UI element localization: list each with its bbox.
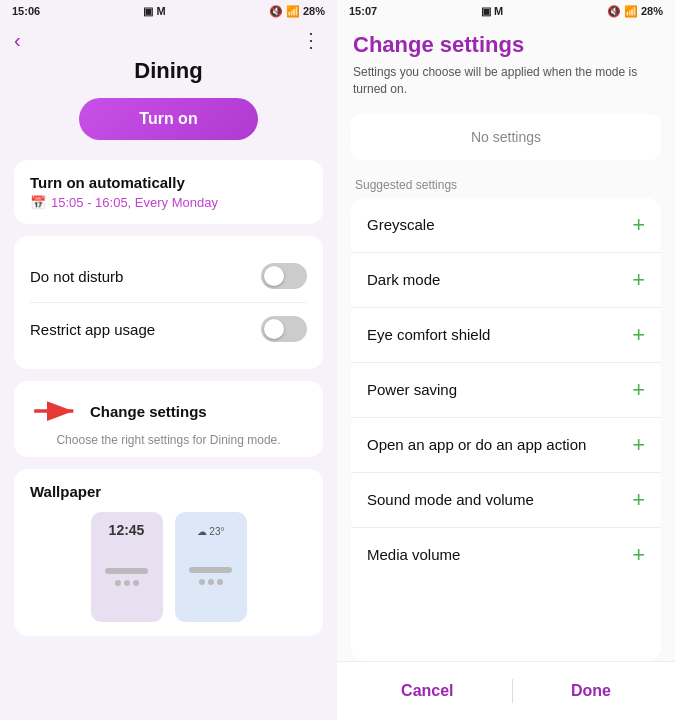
settings-item-open-app[interactable]: Open an app or do an app action + xyxy=(351,418,661,473)
left-top-bar: ‹ ⋮ xyxy=(0,22,337,58)
dot-1 xyxy=(115,580,121,586)
restrict-app-toggle[interactable] xyxy=(261,316,307,342)
restrict-app-row: Restrict app usage xyxy=(30,303,307,355)
left-status-icons: ▣ M xyxy=(143,5,165,18)
left-status-bar: 15:06 ▣ M 🔇 📶 28% xyxy=(0,0,337,22)
back-icon[interactable]: ‹ xyxy=(14,29,21,52)
wallpaper-previews: 12:45 ☁ 23° xyxy=(30,512,307,622)
settings-item-eye-comfort[interactable]: Eye comfort shield + xyxy=(351,308,661,363)
done-button[interactable]: Done xyxy=(541,676,641,706)
plus-icon-open-app[interactable]: + xyxy=(632,434,645,456)
change-settings-label: Change settings xyxy=(90,403,207,420)
suggested-label: Suggested settings xyxy=(337,168,675,198)
plus-icon-media-volume[interactable]: + xyxy=(632,544,645,566)
change-settings-row: Change settings xyxy=(30,395,307,427)
right-subtitle: Settings you choose will be applied when… xyxy=(353,64,659,98)
phone-preview-1[interactable]: 12:45 xyxy=(91,512,163,622)
left-status-time: 15:06 xyxy=(12,5,40,17)
settings-item-sound-mode[interactable]: Sound mode and volume + xyxy=(351,473,661,528)
settings-item-label-power-saving: Power saving xyxy=(367,381,457,398)
dot-2 xyxy=(124,580,130,586)
preview-time: 12:45 xyxy=(109,522,145,538)
dot-3 xyxy=(133,580,139,586)
toggles-card: Do not disturb Restrict app usage xyxy=(14,236,323,369)
left-status-right: 🔇 📶 28% xyxy=(269,5,325,18)
no-settings-text: No settings xyxy=(471,129,541,145)
settings-item-power-saving[interactable]: Power saving + xyxy=(351,363,661,418)
more-icon[interactable]: ⋮ xyxy=(301,28,321,52)
plus-icon-dark-mode[interactable]: + xyxy=(632,269,645,291)
right-status-bar: 15:07 ▣ M 🔇 📶 28% xyxy=(337,0,675,22)
restrict-app-label: Restrict app usage xyxy=(30,321,155,338)
preview-dots xyxy=(115,580,139,586)
plus-icon-greyscale[interactable]: + xyxy=(632,214,645,236)
settings-item-label-eye-comfort: Eye comfort shield xyxy=(367,326,490,343)
left-panel: 15:06 ▣ M 🔇 📶 28% ‹ ⋮ Dining Turn on Tur… xyxy=(0,0,337,720)
settings-item-label-dark-mode: Dark mode xyxy=(367,271,440,288)
preview-bar xyxy=(105,568,148,574)
turn-on-button[interactable]: Turn on xyxy=(79,98,257,140)
do-not-disturb-label: Do not disturb xyxy=(30,268,123,285)
auto-schedule: 15:05 - 16:05, Every Monday xyxy=(51,195,218,210)
right-status-time: 15:07 xyxy=(349,5,377,17)
auto-subtitle: 📅 15:05 - 16:05, Every Monday xyxy=(30,195,307,210)
dot-5 xyxy=(208,579,214,585)
dot-6 xyxy=(217,579,223,585)
auto-section-card: Turn on automatically 📅 15:05 - 16:05, E… xyxy=(14,160,323,224)
action-divider xyxy=(512,679,513,703)
settings-item-media-volume[interactable]: Media volume + xyxy=(351,528,661,582)
no-settings-card: No settings xyxy=(351,114,661,160)
wallpaper-title: Wallpaper xyxy=(30,483,307,500)
plus-icon-eye-comfort[interactable]: + xyxy=(632,324,645,346)
preview-dots-2 xyxy=(199,579,223,585)
cancel-button[interactable]: Cancel xyxy=(371,676,483,706)
preview-bar-2 xyxy=(189,567,232,573)
settings-item-greyscale[interactable]: Greyscale + xyxy=(351,198,661,253)
bottom-actions: Cancel Done xyxy=(337,661,675,720)
do-not-disturb-toggle[interactable] xyxy=(261,263,307,289)
right-title: Change settings xyxy=(353,32,659,58)
plus-icon-sound-mode[interactable]: + xyxy=(632,489,645,511)
phone-preview-2[interactable]: ☁ 23° xyxy=(175,512,247,622)
settings-item-label-greyscale: Greyscale xyxy=(367,216,435,233)
settings-item-dark-mode[interactable]: Dark mode + xyxy=(351,253,661,308)
page-title-left: Dining xyxy=(0,58,337,84)
auto-title: Turn on automatically xyxy=(30,174,307,191)
right-header: Change settings Settings you choose will… xyxy=(337,22,675,106)
red-arrow-icon xyxy=(30,395,80,427)
calendar-icon: 📅 xyxy=(30,195,46,210)
wallpaper-section: Wallpaper 12:45 ☁ 23° xyxy=(14,469,323,636)
settings-list: Greyscale + Dark mode + Eye comfort shie… xyxy=(351,198,661,661)
change-settings-card[interactable]: Change settings Choose the right setting… xyxy=(14,381,323,457)
right-panel: 15:07 ▣ M 🔇 📶 28% Change settings Settin… xyxy=(337,0,675,720)
settings-item-label-media-volume: Media volume xyxy=(367,546,460,563)
settings-item-label-sound-mode: Sound mode and volume xyxy=(367,491,534,508)
settings-item-label-open-app: Open an app or do an app action xyxy=(367,436,586,453)
plus-icon-power-saving[interactable]: + xyxy=(632,379,645,401)
change-settings-hint: Choose the right settings for Dining mod… xyxy=(30,433,307,447)
dot-4 xyxy=(199,579,205,585)
right-status-icons: ▣ M xyxy=(481,5,503,18)
preview-weather: ☁ 23° xyxy=(197,526,225,537)
right-status-right: 🔇 📶 28% xyxy=(607,5,663,18)
do-not-disturb-row: Do not disturb xyxy=(30,250,307,303)
